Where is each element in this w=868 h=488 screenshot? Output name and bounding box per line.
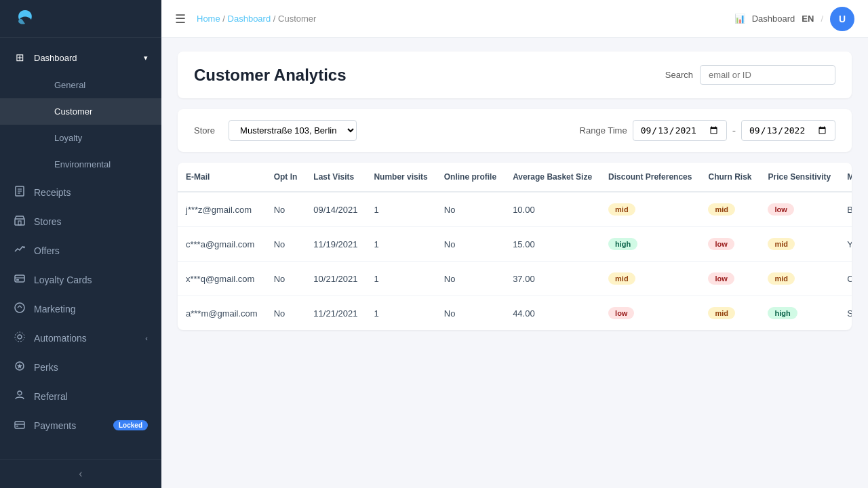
dashboard-icon: ⊞ bbox=[14, 52, 26, 64]
cell-basket-size: 44.00 bbox=[505, 296, 600, 331]
sidebar-item-customer[interactable]: Customer bbox=[0, 98, 161, 125]
date-from-input[interactable] bbox=[633, 120, 727, 141]
search-label: Search bbox=[665, 70, 693, 80]
cell-online-profile: No bbox=[436, 262, 505, 296]
col-basket-size: Average Basket Size bbox=[505, 163, 600, 192]
receipts-icon bbox=[14, 186, 26, 199]
cell-opt-in: No bbox=[266, 227, 306, 262]
cell-email: c***a@gmail.com bbox=[178, 227, 266, 262]
svg-point-10 bbox=[18, 335, 22, 339]
loyalty-cards-icon bbox=[14, 273, 26, 286]
sidebar-item-loyalty-cards[interactable]: Loyalty Cards bbox=[0, 265, 161, 294]
marketing-icon bbox=[14, 302, 26, 315]
cell-last-visits: 11/21/2021 bbox=[305, 296, 366, 331]
cell-churn: low bbox=[700, 227, 760, 262]
cell-email: j***z@gmail.com bbox=[178, 192, 266, 227]
perks-icon bbox=[14, 361, 26, 373]
automations-icon bbox=[14, 331, 26, 344]
breadcrumb-current: Customer bbox=[278, 14, 316, 24]
table-row[interactable]: a***m@gmail.com No 11/21/2021 1 No 44.00… bbox=[178, 296, 852, 331]
topbar-right: 📊 Dashboard EN / U bbox=[734, 7, 854, 31]
col-discount-pref: Discount Preferences bbox=[600, 163, 700, 192]
sidebar-item-dashboard[interactable]: ⊞ Dashboard ▾ bbox=[0, 43, 161, 72]
sidebar-item-environmental[interactable]: Environmental bbox=[0, 151, 161, 178]
discount-badge: mid bbox=[608, 272, 635, 285]
sidebar-item-label: Receipts bbox=[34, 187, 71, 198]
search-input[interactable] bbox=[700, 65, 835, 85]
cell-churn: mid bbox=[700, 296, 760, 331]
cell-popular-items: Black Jeans bbox=[839, 192, 852, 227]
filter-bar: Store Musterstraße 103, Berlin Range Tim… bbox=[178, 109, 852, 152]
churn-badge: low bbox=[708, 272, 734, 285]
sidebar-item-receipts[interactable]: Receipts bbox=[0, 178, 161, 207]
sidebar-item-label: Stores bbox=[34, 216, 61, 227]
table-row[interactable]: c***a@gmail.com No 11/19/2021 1 No 15.00… bbox=[178, 227, 852, 262]
cell-email: x***q@gmail.com bbox=[178, 262, 266, 296]
sidebar-item-label: Perks bbox=[34, 362, 58, 373]
hamburger-icon[interactable]: ☰ bbox=[175, 12, 186, 26]
sidebar-item-marketing[interactable]: Marketing bbox=[0, 294, 161, 323]
sidebar-item-label: Marketing bbox=[34, 304, 75, 314]
col-online-profile: Online profile bbox=[436, 163, 505, 192]
content-area: Customer Analytics Search Store Musterst… bbox=[161, 38, 868, 488]
sidebar: ⊞ Dashboard ▾ General Customer Loyalty E… bbox=[0, 0, 161, 488]
svg-rect-5 bbox=[18, 221, 21, 225]
cell-last-visits: 10/21/2021 bbox=[305, 262, 366, 296]
cell-price-sensitivity: high bbox=[760, 296, 839, 331]
breadcrumb-dashboard[interactable]: Dashboard bbox=[228, 14, 271, 24]
churn-badge: mid bbox=[708, 203, 735, 216]
sidebar-item-automations[interactable]: Automations ‹ bbox=[0, 323, 161, 352]
table-row[interactable]: x***q@gmail.com No 10/21/2021 1 No 37.00… bbox=[178, 262, 852, 296]
sidebar-item-label: Offers bbox=[34, 245, 60, 256]
main-area: ☰ Home / Dashboard / Customer 📊 Dashboar… bbox=[161, 0, 868, 488]
sidebar-item-perks[interactable]: Perks bbox=[0, 352, 161, 382]
range-label: Range Time bbox=[580, 125, 627, 136]
language-selector[interactable]: EN bbox=[802, 14, 814, 24]
cell-email: a***m@gmail.com bbox=[178, 296, 266, 331]
sidebar-item-label: General bbox=[54, 80, 85, 90]
sidebar-item-label: Automations bbox=[34, 333, 87, 344]
sidebar-item-payments[interactable]: Payments Locked bbox=[0, 411, 161, 440]
sidebar-item-offers[interactable]: Offers bbox=[0, 236, 161, 265]
breadcrumb-home[interactable]: Home bbox=[197, 14, 220, 24]
sidebar-item-label: Environmental bbox=[54, 159, 111, 169]
range-group: Range Time - bbox=[580, 120, 835, 141]
cell-number-visits: 1 bbox=[366, 227, 435, 262]
store-label: Store bbox=[194, 125, 215, 136]
svg-rect-4 bbox=[15, 219, 24, 225]
cell-discount: mid bbox=[600, 192, 700, 227]
table-row[interactable]: j***z@gmail.com No 09/14/2021 1 No 10.00… bbox=[178, 192, 852, 227]
sidebar-navigation: ⊞ Dashboard ▾ General Customer Loyalty E… bbox=[0, 38, 161, 459]
cell-popular-items: Yellow Cap bbox=[839, 227, 852, 262]
churn-badge: low bbox=[708, 238, 734, 250]
sidebar-item-general[interactable]: General bbox=[0, 72, 161, 98]
table-header-row: E-Mail Opt In Last Visits Number visits … bbox=[178, 163, 852, 192]
sidebar-item-label: Customer bbox=[54, 106, 92, 117]
cell-basket-size: 37.00 bbox=[505, 262, 600, 296]
sidebar-logo bbox=[0, 0, 161, 38]
sidebar-item-referral[interactable]: Referral bbox=[0, 382, 161, 411]
date-separator: - bbox=[732, 125, 736, 137]
cell-price-sensitivity: mid bbox=[760, 227, 839, 262]
cell-price-sensitivity: low bbox=[760, 192, 839, 227]
store-select[interactable]: Musterstraße 103, Berlin bbox=[229, 120, 357, 141]
user-avatar[interactable]: U bbox=[830, 7, 854, 31]
col-email: E-Mail bbox=[178, 163, 266, 192]
col-price-sensitivity: Price Sensitivity bbox=[760, 163, 839, 192]
stores-icon bbox=[14, 215, 26, 228]
cell-churn: low bbox=[700, 262, 760, 296]
discount-badge: high bbox=[608, 238, 637, 250]
svg-rect-6 bbox=[15, 275, 24, 282]
collapse-icon[interactable]: ‹ bbox=[79, 468, 82, 480]
sidebar-item-label: Referral bbox=[34, 391, 68, 402]
sidebar-item-label: Dashboard bbox=[34, 53, 77, 63]
price-sensitivity-badge: mid bbox=[768, 272, 795, 285]
cell-opt-in: No bbox=[266, 262, 306, 296]
cell-discount: high bbox=[600, 227, 700, 262]
dashboard-icon-small: 📊 bbox=[734, 14, 745, 24]
cell-opt-in: No bbox=[266, 192, 306, 227]
date-to-input[interactable] bbox=[741, 120, 835, 141]
sidebar-item-stores[interactable]: Stores bbox=[0, 207, 161, 236]
sidebar-item-loyalty[interactable]: Loyalty bbox=[0, 125, 161, 151]
cell-churn: mid bbox=[700, 192, 760, 227]
